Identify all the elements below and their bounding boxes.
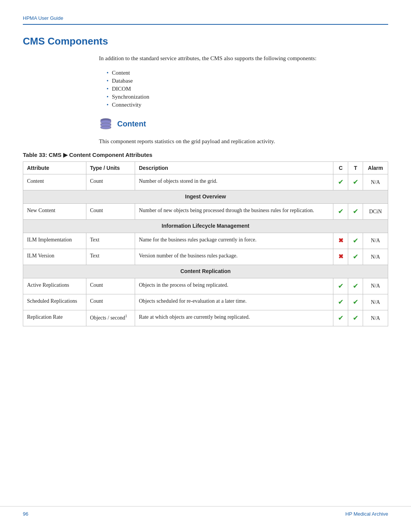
cell-t: ✔ (348, 310, 363, 326)
col-header-t: T (348, 162, 363, 174)
content-section-header: Content (99, 117, 388, 131)
list-item: Synchronization (107, 94, 388, 100)
col-header-attribute: Attribute (23, 162, 86, 174)
group-row-replication: Content Replication (23, 265, 388, 278)
header-link[interactable]: HPMA User Guide (23, 15, 388, 21)
cell-type: Count (86, 203, 135, 219)
cell-alarm: N/A (363, 174, 388, 190)
col-header-type: Type / Units (86, 162, 135, 174)
cell-c: ✖ (333, 233, 348, 249)
page-number: 96 (23, 511, 28, 517)
cell-type: Count (86, 294, 135, 310)
cell-attribute: Replication Rate (23, 310, 86, 326)
cell-description: Number of new objects being processed th… (135, 203, 333, 219)
check-icon: ✔ (353, 253, 358, 260)
cell-alarm: N/A (363, 278, 388, 294)
cell-alarm: N/A (363, 310, 388, 326)
cell-t: ✔ (348, 278, 363, 294)
cell-c: ✔ (333, 294, 348, 310)
cell-c: ✔ (333, 310, 348, 326)
cell-c: ✔ (333, 174, 348, 190)
cell-type: Count (86, 278, 135, 294)
col-header-alarm: Alarm (363, 162, 388, 174)
cell-attribute: ILM Version (23, 249, 86, 265)
cell-t: ✔ (348, 174, 363, 190)
check-icon: ✔ (338, 178, 344, 186)
list-item: DICOM (107, 86, 388, 92)
group-label: Ingest Overview (23, 190, 388, 204)
check-icon: ✔ (353, 208, 358, 215)
cell-attribute: Scheduled Replications (23, 294, 86, 310)
check-icon: ✔ (353, 282, 358, 290)
table-row: Scheduled Replications Count Objects sch… (23, 294, 388, 310)
group-label: Information Lifecycle Management (23, 219, 388, 233)
cell-description: Rate at which objects are currently bein… (135, 310, 333, 326)
group-row-ingest: Ingest Overview (23, 190, 388, 204)
check-icon: ✔ (353, 298, 358, 306)
cell-alarm: N/A (363, 294, 388, 310)
cell-t: ✔ (348, 203, 363, 219)
cell-description: Number of objects stored in the grid. (135, 174, 333, 190)
cell-type: Text (86, 233, 135, 249)
table-row: Active Replications Count Objects in the… (23, 278, 388, 294)
table-caption: Table 33: CMS ▶ Content Component Attrib… (23, 152, 388, 158)
page-container: HPMA User Guide CMS Components In additi… (0, 0, 411, 361)
cell-t: ✔ (348, 294, 363, 310)
check-icon: ✔ (338, 298, 344, 306)
col-header-description: Description (135, 162, 333, 174)
cell-type: Count (86, 174, 135, 190)
cell-t: ✔ (348, 249, 363, 265)
page-footer: 96 HP Medical Archive (0, 506, 411, 517)
cell-attribute: New Content (23, 203, 86, 219)
cell-description: Version number of the business rules pac… (135, 249, 333, 265)
table-row: Content Count Number of objects stored i… (23, 174, 388, 190)
cell-attribute: Content (23, 174, 86, 190)
check-icon: ✔ (353, 237, 358, 244)
cell-description: Objects scheduled for re-evaluation at a… (135, 294, 333, 310)
check-icon: ✔ (338, 282, 344, 290)
footer-product-name: HP Medical Archive (346, 511, 388, 517)
intro-text: In addition to the standard service attr… (99, 54, 388, 63)
cell-alarm: N/A (363, 249, 388, 265)
content-section-title: Content (117, 120, 146, 128)
cell-alarm: DCiN (363, 203, 388, 219)
cell-attribute: Active Replications (23, 278, 86, 294)
cross-icon: ✖ (338, 253, 343, 260)
check-icon: ✔ (338, 314, 344, 322)
header-rule (23, 24, 388, 25)
cell-description: Objects in the process of being replicat… (135, 278, 333, 294)
list-item: Database (107, 78, 388, 84)
table-row: ILM Version Text Version number of the b… (23, 249, 388, 265)
table-row: ILM Implementa­tion Text Name for the bu… (23, 233, 388, 249)
col-header-c: C (333, 162, 348, 174)
database-icon (99, 117, 113, 131)
cell-type: Objects / second1 (86, 310, 135, 326)
cross-icon: ✖ (338, 237, 343, 244)
page-title: CMS Components (23, 35, 388, 47)
cell-c: ✔ (333, 278, 348, 294)
check-icon: ✔ (338, 208, 344, 215)
table-row: New Content Count Number of new objects … (23, 203, 388, 219)
cell-attribute: ILM Implementa­tion (23, 233, 86, 249)
group-label: Content Replication (23, 265, 388, 278)
component-list: Content Database DICOM Synchronization C… (107, 70, 388, 108)
attributes-table: Attribute Type / Units Description C T A… (23, 161, 388, 326)
group-row-ilm: Information Lifecycle Management (23, 219, 388, 233)
section-description: This component reports statistics on the… (99, 137, 388, 146)
cell-c: ✔ (333, 203, 348, 219)
cell-alarm: N/A (363, 233, 388, 249)
table-row: Replication Rate Objects / second1 Rate … (23, 310, 388, 326)
cell-t: ✔ (348, 233, 363, 249)
cell-description: Name for the business rules package curr… (135, 233, 333, 249)
cell-type: Text (86, 249, 135, 265)
check-icon: ✔ (353, 178, 358, 186)
svg-point-6 (100, 126, 111, 129)
list-item: Content (107, 70, 388, 76)
check-icon: ✔ (353, 314, 358, 322)
cell-c: ✖ (333, 249, 348, 265)
list-item: Connectivity (107, 102, 388, 108)
